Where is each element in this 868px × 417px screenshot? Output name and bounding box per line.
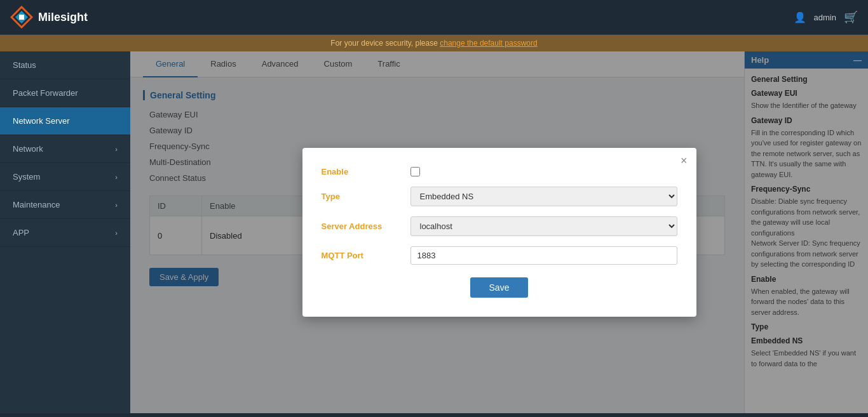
modal-row-mqtt-port: MQTT Port xyxy=(322,246,677,265)
modal-save-button[interactable]: Save xyxy=(470,277,529,298)
admin-label: admin xyxy=(814,13,836,22)
modal-dialog: × Enable Type Embedded NS Custom NS Serv… xyxy=(302,148,696,317)
user-icon: 👤 xyxy=(794,11,806,23)
chevron-right-icon: › xyxy=(115,145,118,153)
chevron-right-icon: › xyxy=(115,229,118,237)
sidebar-item-label: Network Server xyxy=(13,116,70,126)
chevron-right-icon: › xyxy=(115,201,118,209)
alert-message: For your device security, please xyxy=(330,39,438,48)
sidebar-item-label: Status xyxy=(13,60,36,70)
modal-label-mqtt-port: MQTT Port xyxy=(322,251,410,260)
modal-row-enable: Enable xyxy=(322,167,677,176)
logo-area: Milesight xyxy=(10,6,88,29)
alert-bar: For your device security, please change … xyxy=(0,35,868,51)
sidebar-item-label: Maintenance xyxy=(13,200,60,209)
sidebar-item-status[interactable]: Status xyxy=(0,51,130,79)
sidebar-item-app[interactable]: APP › xyxy=(0,219,130,247)
modal-overlay: × Enable Type Embedded NS Custom NS Serv… xyxy=(130,51,868,413)
sidebar-item-label: Network xyxy=(13,144,43,154)
sidebar-item-label: APP xyxy=(13,228,29,237)
modal-close-button[interactable]: × xyxy=(681,154,688,168)
sidebar: Status Packet Forwarder Network Server N… xyxy=(0,51,130,413)
sidebar-item-system[interactable]: System › xyxy=(0,163,130,191)
modal-label-enable: Enable xyxy=(322,167,410,176)
sidebar-item-network[interactable]: Network › xyxy=(0,135,130,163)
cart-icon[interactable]: 🛒 xyxy=(844,10,858,24)
alert-link[interactable]: change the default password xyxy=(440,39,537,48)
logo-text: Milesight xyxy=(38,11,88,24)
modal-enable-checkbox[interactable] xyxy=(410,167,420,176)
modal-server-address-select[interactable]: localhost custom xyxy=(410,216,677,236)
modal-mqtt-port-input[interactable] xyxy=(410,246,677,265)
topbar: Milesight 👤 admin 🛒 xyxy=(0,0,868,35)
sidebar-item-network-server[interactable]: Network Server xyxy=(0,107,130,135)
modal-footer: Save xyxy=(322,277,677,298)
modal-label-server-address: Server Address xyxy=(322,222,410,231)
modal-label-type: Type xyxy=(322,192,410,201)
milesight-logo-icon xyxy=(10,6,33,29)
content-area: General Radios Advanced Custom Traffic G… xyxy=(130,51,868,413)
main-layout: Status Packet Forwarder Network Server N… xyxy=(0,51,868,413)
sidebar-item-maintenance[interactable]: Maintenance › xyxy=(0,191,130,219)
topbar-right: 👤 admin 🛒 xyxy=(794,10,858,24)
chevron-right-icon: › xyxy=(115,173,118,181)
sidebar-item-label: System xyxy=(13,172,40,182)
modal-row-type: Type Embedded NS Custom NS xyxy=(322,187,677,206)
sidebar-item-label: Packet Forwarder xyxy=(13,88,78,98)
modal-type-select[interactable]: Embedded NS Custom NS xyxy=(410,187,677,206)
modal-row-server-address: Server Address localhost custom xyxy=(322,216,677,236)
svg-rect-2 xyxy=(19,15,24,20)
sidebar-item-packet-forwarder[interactable]: Packet Forwarder xyxy=(0,79,130,107)
